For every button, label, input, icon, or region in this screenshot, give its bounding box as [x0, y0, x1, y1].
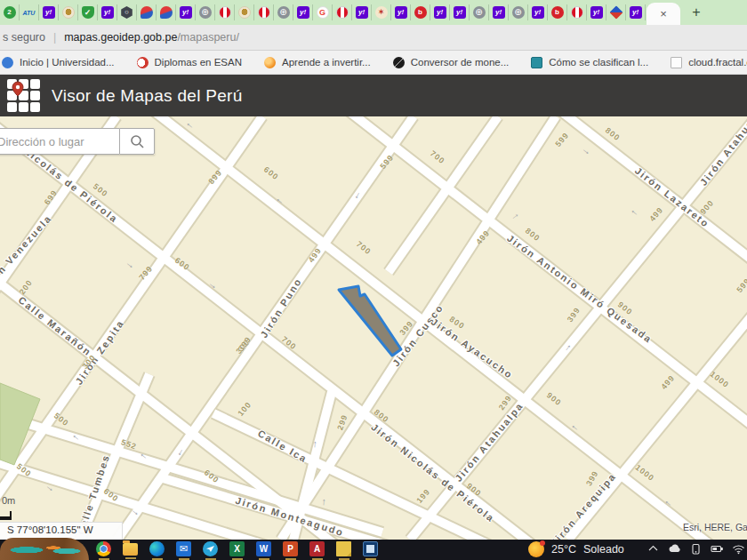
cloud-tray-icon[interactable] — [668, 543, 681, 555]
pinned-tab[interactable]: ✓ — [78, 4, 98, 20]
taskbar-weather[interactable]: 25°C Soleado — [528, 541, 624, 557]
globe-favicon-icon: ⊕ — [473, 6, 486, 19]
pinned-tab[interactable]: ⊕ — [509, 4, 528, 20]
search-box[interactable] — [0, 128, 155, 155]
pinned-tab[interactable] — [235, 4, 254, 20]
url-domain: mapas.geoidep.gob.pe — [64, 31, 177, 44]
new-tab-button[interactable]: + — [686, 4, 707, 21]
pinned-tab[interactable]: ○ — [117, 4, 137, 20]
pinned-tab[interactable] — [254, 4, 274, 20]
pinned-tab[interactable]: ATU — [20, 4, 39, 20]
pinned-tab[interactable]: G — [313, 4, 333, 20]
pinned-tab[interactable]: y! — [489, 4, 509, 20]
url-path: /mapasperu/ — [177, 31, 238, 44]
yahoo-favicon-icon: y! — [395, 6, 407, 19]
app-header: Visor de Mapas del Perú — [0, 75, 747, 116]
pinned-tab[interactable]: y! — [626, 4, 646, 20]
bookmark-item[interactable]: Inicio | Universidad... — [2, 57, 115, 68]
bookmark-item[interactable]: Aprende a invertir... — [264, 57, 371, 68]
bookmark-label: Aprende a invertir... — [282, 57, 371, 68]
bookmark-item[interactable]: Cómo se clasifican l... — [531, 57, 648, 68]
pinned-tab[interactable] — [333, 4, 352, 20]
explorer-taskbar-icon[interactable] — [123, 543, 138, 556]
tab-close-icon[interactable]: × — [660, 7, 667, 20]
pinned-tab[interactable]: ⊕ — [196, 4, 215, 20]
search-input[interactable] — [0, 128, 119, 155]
pin-favicon-icon — [141, 6, 153, 19]
peru-favicon-icon — [219, 6, 231, 19]
search-button[interactable] — [119, 128, 155, 155]
pinned-tab[interactable]: ✶ — [372, 4, 391, 20]
pinned-tab[interactable] — [215, 4, 235, 20]
pinned-tab[interactable] — [606, 4, 626, 20]
pinned-tab[interactable]: y! — [98, 4, 117, 20]
chevron-up-tray-icon[interactable] — [647, 543, 660, 555]
word-taskbar-icon[interactable]: W — [256, 541, 271, 556]
bookmark-item[interactable]: Conversor de mone... — [393, 57, 510, 68]
pinned-tabs: 2ATUy!✓y!○y!⊕⊕y!Gy!✶y!by!y!⊕y!⊕y!by!y! — [0, 0, 646, 25]
system-tray — [647, 543, 747, 555]
bookmark-label: Conversor de mone... — [411, 57, 510, 68]
map-attribution: Esri, HERE, Gar — [683, 522, 747, 532]
telegram-taskbar-icon[interactable] — [203, 541, 218, 556]
yahoo-favicon-icon: y! — [493, 6, 505, 19]
mail-taskbar-icon[interactable]: ✉ — [176, 541, 191, 556]
pinned-tab[interactable] — [157, 4, 176, 20]
pinned-tab[interactable]: y! — [528, 4, 548, 20]
app-logo-map-icon — [6, 78, 42, 117]
globe-dark-bookmark-icon — [393, 57, 405, 68]
pinned-tab[interactable]: b — [411, 4, 430, 20]
taskbar-apps: ✉XWPA — [96, 541, 378, 560]
yahoo-favicon-icon: y! — [532, 6, 544, 19]
temperature-label: 25°C — [551, 543, 576, 556]
autocad-taskbar-icon[interactable]: A — [309, 541, 325, 556]
wifi-tray-icon[interactable] — [732, 543, 745, 555]
excel-taskbar-icon[interactable]: X — [229, 541, 245, 556]
bookmark-item[interactable]: Diplomas en ESAN — [137, 57, 242, 68]
pinned-tab[interactable] — [59, 4, 78, 20]
globe-favicon-icon: ⊕ — [199, 6, 212, 19]
peru-favicon-icon — [258, 6, 270, 19]
scale-bar-tick — [10, 511, 12, 520]
notes-taskbar-icon[interactable] — [336, 541, 351, 556]
pinned-tab[interactable]: y! — [293, 4, 313, 20]
pinned-tab[interactable] — [137, 4, 157, 20]
battery-tray-icon[interactable] — [711, 543, 724, 555]
pinned-tab[interactable]: y! — [430, 4, 450, 20]
active-tab[interactable]: × — [647, 3, 680, 25]
running-app-indicator — [125, 557, 136, 559]
pinned-tab[interactable]: y! — [587, 4, 606, 20]
pinned-tab[interactable]: y! — [39, 4, 59, 20]
bp-favicon-icon: b — [551, 6, 564, 19]
globe-favicon-icon: ⊕ — [277, 6, 290, 19]
yahoo-favicon-icon: y! — [180, 6, 192, 19]
powerpoint-taskbar-icon[interactable]: P — [283, 541, 298, 556]
pinned-tab[interactable]: ⊕ — [470, 4, 489, 20]
peru-favicon-icon — [336, 6, 349, 19]
pinned-tab[interactable]: b — [548, 4, 567, 20]
pinned-tab[interactable]: y! — [450, 4, 470, 20]
yahoo-favicon-icon: y! — [297, 6, 309, 19]
pinned-tab[interactable]: ⊕ — [274, 4, 293, 20]
pinned-tab[interactable]: y! — [176, 4, 196, 20]
sun-weather-icon — [528, 541, 544, 557]
edge-taskbar-icon[interactable] — [149, 541, 165, 556]
orange-bookmark-icon — [264, 57, 276, 68]
address-bar[interactable]: s seguro | mapas.geoidep.gob.pe /mapaspe… — [0, 25, 747, 51]
map-canvas[interactable]: Nicolás de PiérolaJirón VenezuelaCalle M… — [0, 116, 747, 540]
monitor-taskbar-icon[interactable] — [363, 541, 378, 556]
bookmark-label: cloud.fractal.com.p... — [688, 57, 747, 68]
pinned-tab[interactable] — [567, 4, 587, 20]
pinned-tab[interactable]: y! — [352, 4, 372, 20]
bookmarks-bar: Inicio | Universidad...Diplomas en ESANA… — [0, 51, 747, 75]
page-title: Visor de Mapas del Perú — [52, 75, 243, 116]
bp-favicon-icon: b — [414, 6, 427, 19]
bookmark-item[interactable]: cloud.fractal.com.p... — [671, 57, 747, 68]
pinned-tab[interactable]: 2 — [0, 4, 20, 20]
chrome-taskbar-icon[interactable] — [96, 541, 111, 556]
info-bookmark-icon — [2, 57, 13, 68]
screen: 2ATUy!✓y!○y!⊕⊕y!Gy!✶y!by!y!⊕y!⊕y!by!y! ×… — [0, 0, 747, 560]
url-divider: | — [53, 31, 56, 44]
phone-tray-icon[interactable] — [689, 543, 703, 555]
pinned-tab[interactable]: y! — [391, 4, 411, 20]
